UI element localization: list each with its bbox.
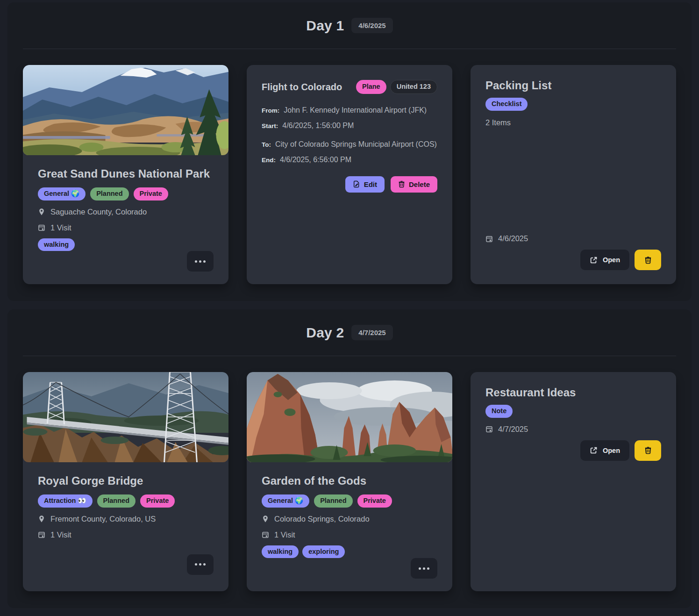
day-1-date-badge: 4/6/2025 [351,18,392,33]
transport-type-badge: Plane [356,80,386,94]
place-location: Fremont County, Colorado, US [50,515,156,523]
place-title: Great Sand Dunes National Park [38,167,214,180]
category-badge: Attraction 👀 [38,494,93,508]
external-link-icon [590,256,598,264]
flight-arrival-block: To: City of Colorado Springs Municipal A… [262,140,437,164]
checklist-type-badge: Checklist [485,98,528,111]
place-card-royal-gorge-bridge: Royal Gorge Bridge Attraction 👀 Planned … [23,372,228,591]
trash-icon [398,180,405,188]
day-1-header: Day 1 4/6/2025 [23,2,676,49]
tag-badge: exploring [302,545,345,559]
calendar-icon [38,531,45,538]
location-pin-icon [262,515,269,523]
to-label: To: [262,141,271,148]
location-pin-icon [38,515,45,523]
tag-badge: walking [262,545,299,559]
bridge-illustration [23,372,228,462]
note-type-badge: Note [485,405,513,418]
place-visits: 1 Visit [50,530,71,539]
to-value: City of Colorado Springs Municipal Airpo… [275,140,437,149]
flight-badges: Plane United 123 [356,80,437,94]
note-title: Restaurant Ideas [485,386,661,399]
end-value: 4/6/2025, 6:56:00 PM [280,156,351,164]
day-1-section: Day 1 4/6/2025 [7,2,692,301]
place-card-great-sand-dunes: Great Sand Dunes National Park General 🌍… [23,65,228,284]
note-card-body: Restaurant Ideas Note 4/7/2025 [471,372,676,591]
day-2-date-badge: 4/7/2025 [351,325,392,340]
place-location: Saguache County, Colorado [50,208,147,216]
day-2-section: Day 2 4/7/2025 [7,309,692,608]
place-tags: walking exploring [262,545,437,559]
place-badges: General 🌍 Planned Private [262,494,437,508]
start-label: Start: [262,122,278,129]
open-button-label: Open [603,256,620,264]
visibility-badge: Private [357,494,392,508]
flight-title: Flight to Colorado [262,80,342,93]
sand-dunes-illustration [23,65,228,155]
calendar-icon [38,224,45,231]
status-badge: Planned [314,494,352,508]
red-rocks-illustration [247,372,452,462]
edit-button[interactable]: Edit [345,176,385,193]
trash-icon [644,446,652,454]
day-1-cards: Great Sand Dunes National Park General 🌍… [23,65,676,284]
more-icon [195,563,197,566]
royal-gorge-bridge-photo [23,372,228,462]
category-badge: General 🌍 [262,494,309,508]
status-badge: Planned [97,494,136,508]
delete-button[interactable]: Delete [391,176,437,193]
checklist-card-packing-list: Packing List Checklist 2 Items [471,65,676,284]
flight-departure-block: From: John F. Kennedy International Airp… [262,106,437,130]
checklist-items-count: 2 Items [485,118,661,127]
category-badge: General 🌍 [38,187,86,201]
checklist-footer: 4/6/2025 [485,234,661,270]
day-2-header: Day 2 4/7/2025 [23,309,676,356]
note-date-row: 4/7/2025 [485,425,661,434]
calendar-icon [485,425,493,433]
start-value: 4/6/2025, 1:56:00 PM [282,122,354,130]
calendar-icon [485,235,493,243]
trash-icon [644,256,652,264]
checklist-title: Packing List [485,79,661,92]
more-icon [195,260,197,263]
note-date: 4/7/2025 [498,425,528,434]
checklist-date-row: 4/6/2025 [485,234,661,243]
place-title: Royal Gorge Bridge [38,474,214,487]
place-card-body: Great Sand Dunes National Park General 🌍… [23,155,228,284]
note-card-restaurant-ideas: Restaurant Ideas Note 4/7/2025 [471,372,676,591]
open-button[interactable]: Open [580,250,629,270]
place-title: Garden of the Gods [262,474,437,487]
place-visits-row: 1 Visit [262,530,437,539]
place-visits: 1 Visit [50,223,71,232]
edit-button-label: Edit [364,180,377,188]
place-location-row: Saguache County, Colorado [38,208,214,216]
place-card-garden-of-the-gods: Garden of the Gods General 🌍 Planned Pri… [247,372,452,591]
delete-checklist-button[interactable] [635,250,661,270]
flight-number-badge: United 123 [390,80,437,94]
place-visits-row: 1 Visit [38,530,214,539]
more-options-button[interactable] [411,558,437,579]
place-location: Colorado Springs, Colorado [274,515,370,523]
place-visits-row: 1 Visit [38,223,214,232]
place-badges: General 🌍 Planned Private [38,187,214,201]
visibility-badge: Private [134,187,168,201]
from-value: John F. Kennedy International Airport (J… [284,106,427,115]
place-badges: Attraction 👀 Planned Private [38,494,214,508]
more-options-button[interactable] [187,251,214,272]
checklist-date: 4/6/2025 [498,234,528,243]
more-options-button[interactable] [187,554,214,575]
flight-card: Flight to Colorado Plane United 123 From… [247,65,452,284]
delete-note-button[interactable] [635,440,661,461]
place-visits: 1 Visit [274,530,295,539]
place-location-row: Colorado Springs, Colorado [262,515,437,523]
from-label: From: [262,107,279,114]
checklist-card-body: Packing List Checklist 2 Items [471,65,676,284]
tag-badge: walking [38,238,75,251]
itinerary-board: Day 1 4/6/2025 [0,2,699,608]
place-card-body: Royal Gorge Bridge Attraction 👀 Planned … [23,462,228,591]
external-link-icon [590,446,598,454]
day-2-cards: Royal Gorge Bridge Attraction 👀 Planned … [23,372,676,591]
status-badge: Planned [90,187,128,201]
open-button[interactable]: Open [580,440,629,461]
place-tags: walking [38,238,214,251]
